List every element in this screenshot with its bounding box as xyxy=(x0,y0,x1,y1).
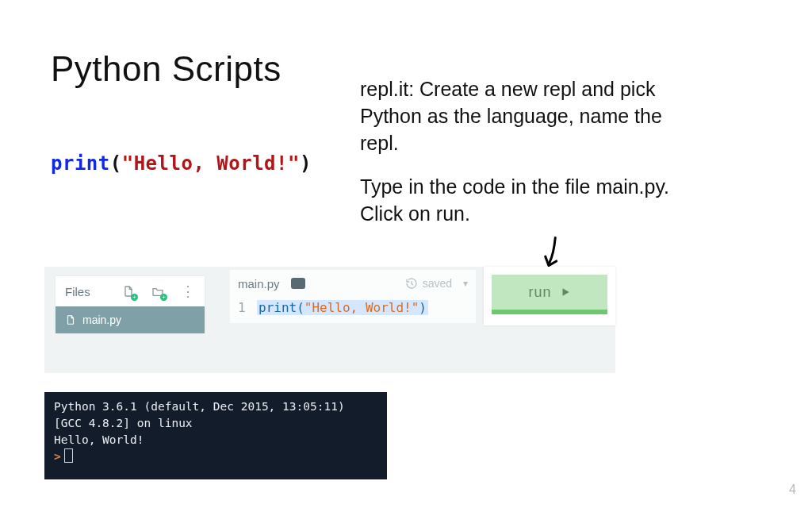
code-string: "Hello, World!" xyxy=(122,152,300,175)
files-panel: Files + + ⋮ main.py xyxy=(56,276,205,333)
code-fn: print xyxy=(51,152,110,175)
chevron-down-icon[interactable]: ▾ xyxy=(463,278,468,289)
files-header: Files + + ⋮ xyxy=(56,276,205,306)
run-button[interactable]: run xyxy=(492,275,607,314)
editor-close: ) xyxy=(419,300,427,315)
terminal-prompt: > xyxy=(54,450,61,463)
terminal-line-2: [GCC 4.8.2] on linux xyxy=(54,417,193,429)
run-panel: run xyxy=(484,267,615,325)
files-header-label: Files xyxy=(65,285,90,298)
editor-content[interactable]: 1 print("Hello, World!") xyxy=(230,297,476,323)
file-item-mainpy[interactable]: main.py xyxy=(56,306,205,333)
new-folder-icon[interactable]: + xyxy=(151,284,165,298)
page-title: Python Scripts xyxy=(51,49,282,89)
instruction-paragraph-1: repl.it: Create a new repl and pick Pyth… xyxy=(360,76,701,156)
editor-str: "Hello, World!" xyxy=(304,300,419,315)
code-open-paren: ( xyxy=(110,152,122,175)
file-icon xyxy=(65,314,76,325)
editor-open: ( xyxy=(297,300,304,315)
saved-label: saved xyxy=(423,277,452,290)
history-icon xyxy=(405,277,418,290)
editor-fn: print xyxy=(259,300,297,315)
code-sample: print("Hello, World!") xyxy=(51,152,312,175)
more-options-icon[interactable]: ⋮ xyxy=(181,283,195,300)
page-number: 4 xyxy=(789,483,796,497)
terminal-output: Python 3.6.1 (default, Dec 2015, 13:05:1… xyxy=(44,392,387,479)
terminal-line-1: Python 3.6.1 (default, Dec 2015, 13:05:1… xyxy=(54,400,345,413)
editor-tab[interactable]: main.py xyxy=(238,277,280,291)
line-number: 1 xyxy=(238,300,257,315)
run-button-label: run xyxy=(528,284,551,301)
editor-code-line: print("Hello, World!") xyxy=(257,300,428,315)
instruction-paragraph-2: Type in the code in the file main.py. Cl… xyxy=(360,174,701,228)
new-file-icon[interactable]: + xyxy=(122,284,136,298)
instructions-block: repl.it: Create a new repl and pick Pyth… xyxy=(360,76,701,245)
plus-badge-icon: + xyxy=(160,294,167,301)
saved-indicator: saved xyxy=(405,277,452,290)
play-icon xyxy=(560,287,571,298)
editor-view-toggle-icon[interactable] xyxy=(291,278,305,289)
file-item-label: main.py xyxy=(82,314,121,326)
terminal-line-3: Hello, World! xyxy=(54,433,144,446)
plus-badge-icon: + xyxy=(131,294,138,301)
terminal-cursor-icon xyxy=(64,448,73,463)
editor-tab-bar: main.py saved ▾ xyxy=(230,270,476,297)
code-close-paren: ) xyxy=(300,152,312,175)
editor-panel: main.py saved ▾ 1 print("Hello, World!") xyxy=(230,270,476,323)
